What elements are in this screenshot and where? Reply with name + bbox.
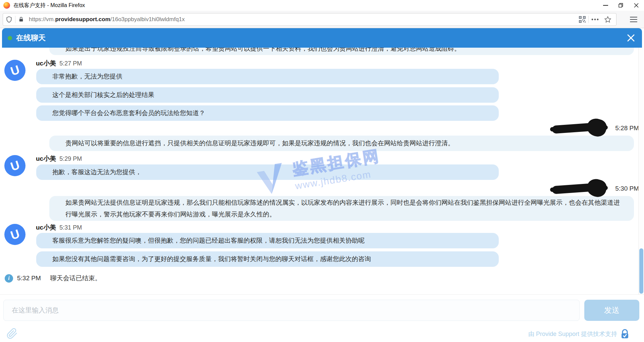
message-text: 如果贵网站无法提供信息证明是玩家违规，那么我们只能相信玩家陈述的情况属实，以玩家…: [65, 197, 624, 220]
bookmark-star-icon: [604, 16, 611, 23]
browser-toolbar: https://vm.providesupport.com/16o3ppbyal…: [0, 11, 644, 28]
send-button[interactable]: 发送: [584, 300, 639, 321]
window-title: 在线客户支持 - Mozilla Firefox: [13, 2, 85, 9]
chat-title: 在线聊天: [16, 33, 46, 43]
info-icon: i: [5, 274, 13, 283]
message-time: 5:27 PM: [59, 60, 82, 67]
agent-avatar: U: [4, 60, 25, 81]
composer-divider: [0, 294, 644, 295]
restore-icon: [619, 3, 623, 8]
agent-name: uc小美: [36, 59, 56, 68]
url-bar[interactable]: https://vm.providesupport.com/16o3ppbyal…: [3, 13, 616, 26]
agent-name: uc小美: [36, 223, 56, 232]
message-time: 5:29 PM: [59, 155, 82, 162]
paperclip-icon: [6, 328, 18, 339]
message-text: 这个是相关部门核实之后的处理结果: [52, 90, 154, 100]
chat-bubble: 非常抱歉，无法为您提供: [36, 69, 499, 84]
avatar-logo: U: [9, 62, 21, 79]
menu-button[interactable]: [629, 15, 639, 24]
message-text: 客服很乐意为您解答您的疑问噢，但很抱歉，您的问题已经超出客服的权限，请恕我们无法…: [52, 236, 365, 246]
secure-lock-icon: [621, 329, 629, 339]
attach-file-button[interactable]: [5, 327, 19, 340]
qr-code-icon: [579, 16, 586, 23]
more-actions-icon: [591, 18, 599, 20]
chat-bubble: 这个是相关部门核实之后的处理结果: [36, 87, 499, 103]
message-text: 抱歉，客服这边无法为您提供，: [52, 167, 142, 177]
url-scheme: https://vm.: [29, 16, 55, 22]
session-status-row: i 5:32 PM 聊天会话已结束。: [5, 274, 101, 283]
agent-avatar: U: [4, 224, 25, 245]
chat-bubble: 客服很乐意为您解答您的疑问噢，但很抱歉，您的问题已经超出客服的权限，请恕我们无法…: [36, 233, 499, 248]
agent-name-row: uc小美 5:29 PM: [36, 154, 82, 163]
message-text: 非常抱歉，无法为您提供: [52, 71, 122, 82]
site-security-button[interactable]: [15, 13, 27, 26]
close-icon: [634, 3, 639, 8]
powered-by-link[interactable]: 由 Provide Support 提供技术支持: [528, 329, 629, 339]
qr-code-button[interactable]: [576, 13, 588, 26]
scrollbar-track: [638, 48, 644, 294]
shield-icon: [6, 16, 12, 23]
powered-by-text: 由 Provide Support 提供技术支持: [528, 330, 617, 338]
online-status-dot: [8, 36, 12, 40]
status-text: 聊天会话已结束。: [50, 274, 101, 283]
close-window-button[interactable]: [629, 0, 644, 11]
bookmark-button[interactable]: [601, 13, 616, 26]
lock-icon: [18, 16, 24, 22]
url-domain: providesupport.com: [55, 16, 110, 22]
restore-button[interactable]: [613, 0, 629, 11]
firefox-icon: [3, 2, 10, 9]
redaction-scribble: [585, 177, 608, 199]
avatar-logo: U: [9, 227, 21, 243]
chat-header: 在线聊天: [2, 28, 642, 48]
close-icon: [627, 34, 635, 42]
agent-name-row: uc小美 5:27 PM: [36, 59, 82, 68]
message-text: 如果您没有其他问题需要咨询，为了更好的提交服务质量，我们将暂时关闭与您的聊天对话…: [52, 254, 371, 264]
message-time: 5:28 PM: [615, 125, 639, 132]
page-actions-button[interactable]: [589, 13, 601, 26]
url-path: /16o3ppbyalbiv1hi0lwldmfq1x: [110, 16, 185, 22]
visitor-name-row: dinghaigan 5:28 PM: [555, 122, 639, 134]
browser-titlebar: 在线客户支持 - Mozilla Firefox: [0, 0, 644, 11]
message-time: 5:31 PM: [59, 224, 82, 231]
visitor-name-redacted: dinghaigan: [555, 123, 611, 134]
scrollbar-thumb[interactable]: [639, 248, 643, 294]
message-time: 5:30 PM: [615, 185, 639, 192]
tracking-protection-button[interactable]: [3, 13, 15, 26]
chat-bubble: 抱歉，客服这边无法为您提供，: [36, 164, 499, 180]
avatar-logo: U: [9, 158, 21, 174]
visitor-name-row: dinghaigan 5:30 PM: [555, 183, 639, 195]
minimize-button[interactable]: [598, 0, 613, 11]
redaction-scribble: [585, 117, 608, 138]
chat-bubble: 如果贵网站无法提供信息证明是玩家违规，那么我们只能相信玩家陈述的情况属实，以玩家…: [49, 196, 634, 221]
chat-bubble: 如果您没有其他问题需要咨询，为了更好的提交服务质量，我们将暂时关闭与您的聊天对话…: [36, 251, 499, 267]
agent-name-row: uc小美 5:31 PM: [36, 223, 82, 232]
message-input[interactable]: [3, 300, 580, 321]
agent-name: uc小美: [36, 154, 56, 163]
agent-avatar: U: [4, 155, 25, 176]
chat-bubble: 您觉得哪个平台会公布恶意套利会员的玩法给您知道？: [36, 105, 499, 121]
visitor-name-redacted: dinghaigan: [555, 183, 611, 194]
chat-bubble: 贵网站可以将重要的信息进行遮挡，只提供相关的信息证明是玩家违规即可，如果是玩家违…: [49, 136, 634, 151]
message-text: 贵网站可以将重要的信息进行遮挡，只提供相关的信息证明是玩家违规即可，如果是玩家违…: [65, 138, 454, 148]
minimize-icon: [603, 5, 608, 6]
url-text[interactable]: https://vm.providesupport.com/16o3ppbyal…: [29, 16, 576, 23]
message-text: 您觉得哪个平台会公布恶意套利会员的玩法给您知道？: [52, 108, 205, 118]
status-time: 5:32 PM: [17, 275, 41, 282]
chat-close-button[interactable]: [626, 33, 636, 43]
